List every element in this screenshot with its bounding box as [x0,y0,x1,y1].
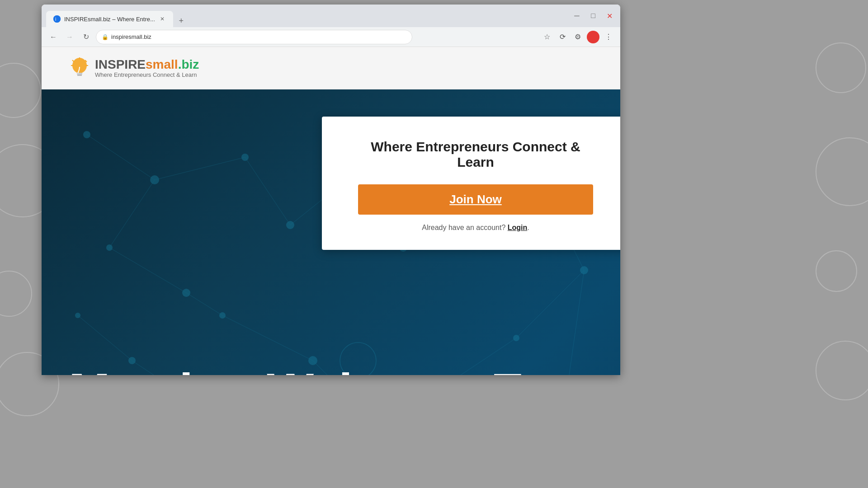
logo-tagline: Where Entrepreneurs Connect & Learn [95,71,199,78]
close-button[interactable]: ✕ [603,9,616,22]
login-prompt-text: Already have an account? [422,224,505,231]
svg-line-13 [72,60,74,62]
svg-point-4 [816,43,866,93]
browser-toolbar: ← → ↻ 🔒 inspiresmall.biz ☆ ⟳ ⚙ ⋮ [42,27,620,47]
tab-title: INSPIREsmall.biz – Where Entre... [64,16,155,23]
svg-point-10 [72,58,87,73]
svg-point-2 [0,271,32,316]
svg-line-57 [78,315,132,361]
logo-biz: .biz [178,57,199,71]
profile-icon[interactable] [587,31,599,43]
tab-bar: i INSPIREsmall.biz – Where Entre... ✕ + [46,5,188,27]
svg-line-42 [109,180,155,248]
bookmark-icon[interactable]: ☆ [541,31,553,43]
svg-line-52 [222,315,313,361]
hero-card: Where Entrepreneurs Connect & Learn Join… [322,117,620,250]
login-link[interactable]: Login [508,224,528,231]
browser-titlebar: i INSPIREsmall.biz – Where Entre... ✕ + … [42,5,620,27]
new-tab-button[interactable]: + [175,14,188,27]
svg-point-6 [816,251,857,291]
history-icon[interactable]: ⟳ [556,31,569,43]
site-header: INSPIREsmall.biz Where Entrepreneurs Con… [42,47,620,89]
tab-favicon: i [53,15,61,23]
svg-line-51 [186,293,222,315]
svg-line-45 [245,157,290,225]
hero-bottom-text: Member Welcome Event Online Community Ov… [42,366,620,375]
logo-small: small [146,57,178,71]
minimize-button[interactable]: ─ [571,9,583,22]
logo-text: INSPIREsmall.biz Where Entrepreneurs Con… [95,58,199,79]
restore-button[interactable]: □ [587,9,599,22]
hero-main-title: Member Welcome Event [69,366,620,375]
svg-point-8 [53,15,61,23]
svg-point-0 [0,63,41,117]
extensions-icon[interactable]: ⚙ [571,31,584,43]
hero-section: Where Entrepreneurs Connect & Learn Join… [42,89,620,375]
logo-inspire: INSPIRE [95,57,146,71]
site-logo[interactable]: INSPIREsmall.biz Where Entrepreneurs Con… [69,56,199,80]
address-bar[interactable]: 🔒 inspiresmall.biz [96,30,412,44]
reload-button[interactable]: ↻ [80,31,92,43]
browser-window: i INSPIREsmall.biz – Where Entre... ✕ + … [42,5,620,375]
svg-line-55 [516,270,584,338]
svg-point-5 [816,138,868,206]
active-tab[interactable]: i INSPIREsmall.biz – Where Entre... ✕ [46,11,173,27]
login-period: . [527,224,529,231]
svg-line-58 [561,270,584,375]
svg-line-43 [109,248,186,293]
svg-line-44 [155,157,245,180]
svg-line-41 [87,135,155,180]
login-prompt: Already have an account? Login. [358,224,593,232]
join-now-button[interactable]: Join Now [358,184,593,215]
ssl-icon: 🔒 [102,34,108,40]
menu-icon[interactable]: ⋮ [602,31,615,43]
back-button[interactable]: ← [47,31,60,43]
url-text: inspiresmall.biz [111,33,151,40]
svg-text:i: i [55,17,56,22]
logo-bulb-icon [69,56,90,80]
website-content: INSPIREsmall.biz Where Entrepreneurs Con… [42,47,620,375]
tab-close-button[interactable]: ✕ [159,15,166,23]
hero-card-title: Where Entrepreneurs Connect & Learn [358,139,593,170]
forward-button[interactable]: → [63,31,76,43]
svg-point-7 [816,341,868,400]
toolbar-right: ☆ ⟳ ⚙ ⋮ [541,31,615,43]
logo-brand: INSPIREsmall.biz [95,58,199,72]
